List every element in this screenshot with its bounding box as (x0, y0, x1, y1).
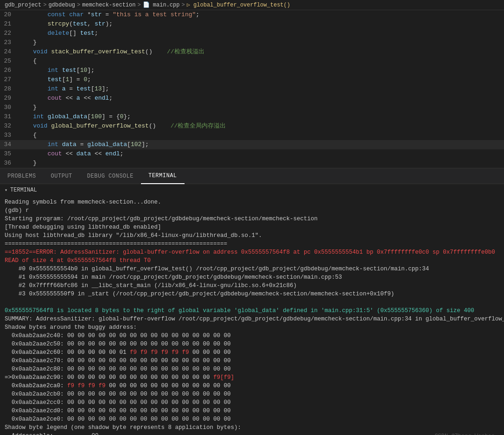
code-line-28: 28 int a = test[13]; (0, 84, 504, 94)
code-line-26: 26 int test[10]; (0, 66, 504, 75)
chevron-down-icon: ▾ (5, 187, 7, 193)
code-line-23: 23 } (0, 38, 504, 47)
terminal-line: 0x0aab2aae2c40: 00 00 00 00 00 00 00 00 … (5, 332, 499, 340)
terminal-line: 0x0aab2aae2c50: 00 00 00 00 00 00 00 00 … (5, 340, 499, 348)
code-line-35: 35 cout << data << endl; (0, 149, 504, 159)
terminal-line: #0 0x5555555554b0 in global_buffer_overf… (5, 265, 499, 273)
terminal-label: TERMINAL (10, 187, 37, 193)
terminal-line: (gdb) r (5, 206, 499, 215)
terminal-error-line: ==18552==ERROR: AddressSanitizer: global… (5, 248, 499, 256)
breadcrumb-item-active[interactable]: ▷ global_buffer_overflow_test() (187, 1, 290, 8)
terminal-line: #1 0x555555555594 in main /root/cpp_proj… (5, 273, 499, 281)
terminal-line: Starting program: /root/cpp_project/gdb_… (5, 215, 499, 223)
terminal-line: #3 0x555555550f9 in _start (/root/cpp_pr… (5, 290, 499, 298)
code-editor: 20 const char *str = "this is a test str… (0, 10, 504, 168)
terminal-line: Shadow bytes around the buggy address: (5, 323, 499, 332)
terminal-line: [Thread debugging using libthread_db ena… (5, 223, 499, 231)
terminal-line: Shadow byte legend (one shadow byte repr… (5, 423, 499, 432)
code-line-29: 29 cout << a << endl; (0, 94, 504, 103)
code-line-32: 32 void global_buffer_overflow_test() //… (0, 122, 504, 131)
terminal-line: =>0x0aab2aae2c90: 00 00 00 00 00 00 00 0… (5, 373, 499, 382)
terminal-line: 0x0aab2aae2cd0: 00 00 00 00 00 00 00 00 … (5, 407, 499, 415)
tab-problems[interactable]: PROBLEMS (0, 168, 44, 184)
terminal-error-line: READ of size 4 at 0x5555557564f8 thread … (5, 256, 499, 265)
terminal-line: #2 0x7ffff66bfc86 in __libc_start_main (… (5, 281, 499, 290)
terminal-header: ▾ TERMINAL (0, 184, 504, 196)
terminal-line: 0x0aab2aae2cc0: 00 00 00 00 00 00 00 00 … (5, 398, 499, 407)
tab-output[interactable]: OUTPUT (44, 168, 80, 184)
terminal-body[interactable]: Reading symbols from memcheck-section...… (0, 196, 504, 435)
panel-tabs: PROBLEMS OUTPUT DEBUG CONSOLE TERMINAL (0, 168, 504, 184)
code-line-24: 24 void stack_buffer_overflow_test() //检… (0, 47, 504, 57)
terminal-line: Reading symbols from memcheck-section...… (5, 198, 499, 206)
code-line-31: 31 int global_data[100] = {0}; (0, 112, 504, 122)
watermark: CSDN @Zhang Wenhao (434, 432, 495, 435)
terminal-line: Addressable: 00 (5, 432, 499, 435)
tab-terminal[interactable]: TERMINAL (141, 168, 185, 184)
code-line-22: 22 delete[] test; (0, 29, 504, 38)
terminal-line: Using host libthread_db library "/lib/x8… (5, 231, 499, 240)
code-line-20: 20 const char *str = "this is a test str… (0, 10, 504, 19)
breadcrumb-item[interactable]: gdbdebug (48, 2, 75, 8)
tab-debug-console[interactable]: DEBUG CONSOLE (80, 168, 141, 184)
terminal-highlight-line: 0x5555557564f8 is located 8 bytes to the… (5, 307, 499, 315)
breadcrumb-item[interactable]: memcheck-section (82, 2, 135, 8)
code-line-36: 36 } (0, 159, 504, 168)
terminal-line: 0x0aab2aae2ce0: 00 00 00 00 00 00 00 00 … (5, 415, 499, 423)
terminal-line: ========================================… (5, 240, 499, 248)
code-line-34: 34 int data = global_data[102]; (0, 140, 504, 149)
code-line-33: 33 { (0, 131, 504, 140)
code-line-21: 21 strcpy(test, str); (0, 19, 504, 29)
breadcrumb: gdb_project > gdbdebug > memcheck-sectio… (0, 0, 504, 10)
terminal-line: 0x0aab2aae2cb0: 00 00 00 00 00 00 00 00 … (5, 390, 499, 398)
terminal-line: 0x0aab2aae2ca0: f9 f9 f9 f9 00 00 00 00 … (5, 382, 499, 390)
terminal-line: 0x0aab2aae2c60: 00 00 00 00 00 01 f9 f9 … (5, 348, 499, 357)
breadcrumb-item[interactable]: 📄 main.cpp (143, 1, 180, 8)
code-line-27: 27 test[1] = 0; (0, 75, 504, 84)
terminal-line: 0x0aab2aae2c80: 00 00 00 00 00 00 00 00 … (5, 365, 499, 373)
terminal-line (5, 298, 499, 307)
code-line-30: 30 } (0, 103, 504, 112)
code-line-25: 25 { (0, 57, 504, 66)
terminal-line: SUMMARY: AddressSanitizer: global-buffer… (5, 315, 499, 323)
terminal-line: 0x0aab2aae2c70: 00 00 00 00 00 00 00 00 … (5, 357, 499, 365)
breadcrumb-item[interactable]: gdb_project (5, 2, 41, 8)
